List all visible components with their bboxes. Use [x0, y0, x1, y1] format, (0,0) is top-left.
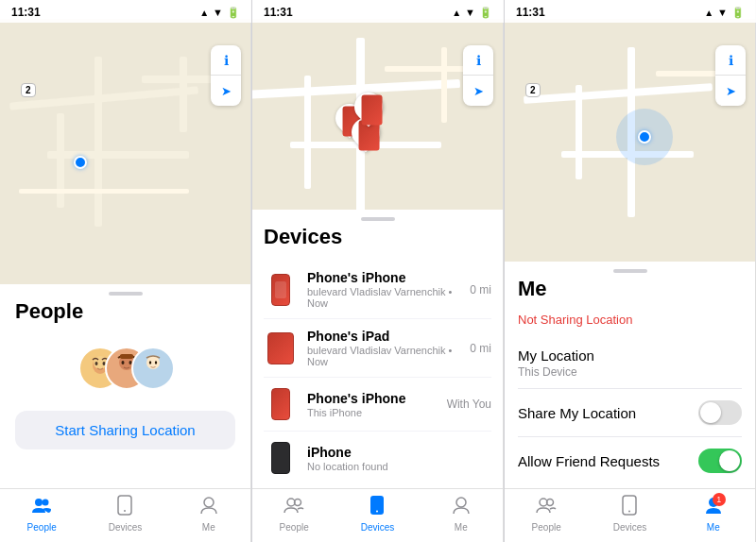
devices-icon-2 — [369, 495, 386, 520]
me-icon-1 — [198, 495, 219, 520]
device-sub-3: This iPhone — [307, 407, 447, 418]
device-name-2: Phone's iPad — [307, 329, 470, 344]
allow-requests-row[interactable]: Allow Friend Requests — [518, 437, 742, 484]
table-row[interactable]: Phone's iPhone This iPhone With You — [264, 378, 491, 432]
map-1: 2 ℹ ➤ — [0, 19, 250, 284]
device-info-2: Phone's iPad bulevard Vladislav Varnench… — [307, 329, 470, 367]
tab-me-3[interactable]: 1 Me — [672, 495, 755, 533]
road-badge: 2 — [21, 83, 36, 97]
share-location-row[interactable]: Share My Location — [518, 389, 742, 437]
battery-icon-2: 🔋 — [479, 7, 492, 19]
tab-devices-3[interactable]: Devices — [588, 495, 671, 533]
location-btn-1[interactable]: ➤ — [211, 76, 241, 106]
devices-icon-1 — [116, 495, 133, 520]
bottom-sheet-people: People — [0, 299, 250, 488]
share-location-label: Share My Location — [518, 405, 636, 421]
svg-point-3 — [94, 362, 97, 365]
tab-label-me-3: Me — [707, 522, 720, 533]
tab-bar-1: People Devices Me — [0, 488, 250, 542]
device-sub-4: No location found — [307, 461, 491, 472]
tab-me-1[interactable]: Me — [167, 495, 250, 533]
me-title: Me — [518, 277, 742, 301]
device-sub-2: bulevard Vladislav Varnenchik • Now — [307, 345, 470, 367]
info-btn-1[interactable]: ℹ — [211, 45, 241, 76]
sheet-handle-3 — [505, 262, 755, 277]
status-icons-3: ▲ ▼ 🔋 — [704, 7, 745, 19]
allow-requests-toggle[interactable] — [698, 449, 742, 473]
not-sharing-label: Not Sharing Location — [518, 313, 742, 327]
map-controls-2[interactable]: ℹ ➤ — [463, 45, 493, 106]
wifi-icon-2: ▼ — [465, 7, 475, 18]
signal-icon: ▲ — [199, 8, 209, 18]
status-time-3: 11:31 — [516, 6, 545, 19]
map-controls-3[interactable]: ℹ ➤ — [715, 45, 746, 106]
signal-icon-3: ▲ — [704, 8, 713, 18]
tab-people-3[interactable]: People — [505, 495, 588, 533]
tab-label-people-3: People — [532, 522, 561, 533]
svg-point-18 — [204, 498, 214, 507]
wifi-icon: ▼ — [213, 7, 223, 18]
status-bar-1: 11:31 ▲ ▼ 🔋 — [0, 0, 251, 23]
people-icon-2 — [284, 495, 304, 520]
svg-point-13 — [154, 361, 156, 364]
people-icon-1 — [31, 495, 52, 520]
sheet-handle-2 — [252, 210, 503, 225]
handle-bar-1 — [109, 292, 143, 296]
avatar-group — [78, 339, 173, 396]
tab-devices-1[interactable]: Devices — [83, 495, 166, 533]
status-icons-1: ▲ ▼ 🔋 — [199, 7, 240, 19]
device-info-3: Phone's iPhone This iPhone — [307, 391, 447, 418]
device-icon-wrap-1 — [264, 273, 298, 307]
share-location-toggle[interactable] — [698, 400, 742, 425]
battery-icon: 🔋 — [227, 7, 240, 19]
table-row[interactable]: Phone's iPhone bulevard Vladislav Varnen… — [264, 261, 491, 319]
location-btn-2[interactable]: ➤ — [463, 76, 493, 106]
device-icon-wrap-2 — [264, 331, 298, 365]
status-bar-3: 11:31 ▲ ▼ 🔋 — [505, 0, 756, 23]
ipad-icon-2 — [267, 332, 294, 364]
tab-people-2[interactable]: People — [252, 495, 335, 533]
device-sub-1: bulevard Vladislav Varnenchik • Now — [307, 286, 470, 309]
tab-people-1[interactable]: People — [0, 495, 83, 533]
iphone-icon-3 — [271, 388, 290, 420]
devices-icon-3 — [621, 495, 638, 520]
iphone-icon-1 — [271, 274, 290, 306]
toggle-knob-2 — [719, 450, 740, 471]
me-badge: 1 — [713, 493, 726, 506]
svg-point-23 — [456, 498, 466, 507]
device-info-1: Phone's iPhone bulevard Vladislav Varnen… — [307, 270, 470, 309]
device-info-4: iPhone No location found — [307, 445, 491, 472]
start-sharing-button[interactable]: Start Sharing Location — [15, 411, 235, 449]
table-row[interactable]: iPhone No location found — [264, 432, 491, 484]
tab-label-devices-3: Devices — [613, 522, 647, 533]
tab-bar-3: People Devices 1 Me — [505, 488, 755, 542]
my-location-title: My Location — [518, 347, 742, 364]
status-time-1: 11:31 — [11, 6, 41, 19]
avatar-3 — [131, 347, 175, 390]
device-name-4: iPhone — [307, 445, 491, 460]
device-icon-wrap-4 — [264, 441, 298, 475]
bottom-sheet-devices: Devices Phone's iPhone bulevard Vladisla… — [252, 225, 503, 488]
map-2: ℹ ➤ — [252, 19, 503, 210]
location-dot-1 — [74, 156, 87, 169]
tab-bar-2: People Devices Me — [252, 488, 503, 542]
sheet-handle-1 — [0, 284, 250, 299]
tab-label-people-2: People — [280, 522, 309, 533]
wifi-icon-3: ▼ — [717, 7, 728, 18]
device-name-3: Phone's iPhone — [307, 391, 447, 406]
road-badge-3: 2 — [525, 83, 541, 97]
location-btn-3[interactable]: ➤ — [715, 76, 746, 106]
people-icon-3 — [536, 495, 557, 520]
map-controls-1[interactable]: ℹ ➤ — [211, 45, 241, 106]
my-location-section: My Location This Device — [518, 338, 742, 389]
tab-devices-2[interactable]: Devices — [335, 495, 419, 533]
table-row[interactable]: Phone's iPad bulevard Vladislav Varnench… — [264, 319, 491, 378]
device-list: Phone's iPhone bulevard Vladislav Varnen… — [264, 261, 491, 484]
info-btn-2[interactable]: ℹ — [463, 45, 493, 76]
tab-label-devices-1: Devices — [109, 522, 143, 533]
status-icons-2: ▲ ▼ 🔋 — [452, 7, 492, 19]
info-btn-3[interactable]: ℹ — [715, 45, 746, 76]
svg-point-14 — [35, 499, 43, 506]
tab-me-2[interactable]: Me — [420, 495, 503, 533]
people-title: People — [15, 299, 235, 324]
